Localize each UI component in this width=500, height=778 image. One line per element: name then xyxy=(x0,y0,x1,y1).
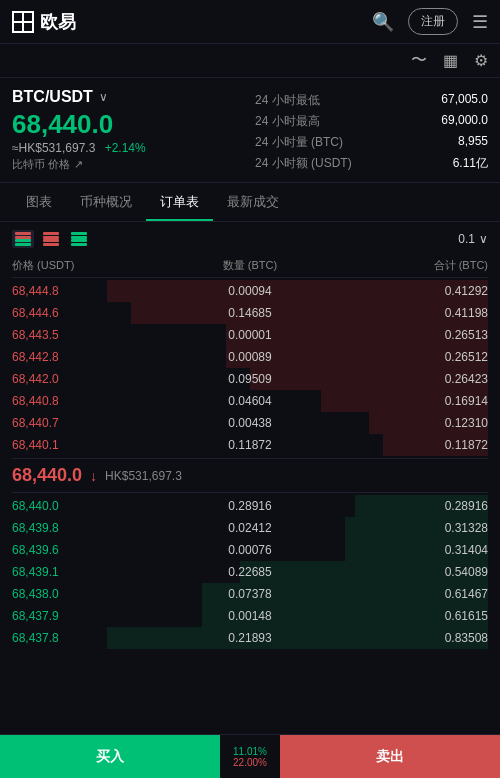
tabs: 图表 币种概况 订单表 最新成交 xyxy=(0,183,500,222)
sell-order-row[interactable]: 68,443.50.000010.26513 xyxy=(12,324,488,346)
sell-qty: 0.00438 xyxy=(171,416,330,430)
big-price: 68,440.0 xyxy=(12,110,245,139)
sell-order-row[interactable]: 68,440.80.046040.16914 xyxy=(12,390,488,412)
buy-total: 0.83508 xyxy=(329,631,488,645)
stat-row-2: 24 小时最高 69,000.0 xyxy=(255,113,488,130)
tab-overview[interactable]: 币种概况 xyxy=(66,183,146,221)
buy-total: 0.54089 xyxy=(329,565,488,579)
list-icon[interactable]: ▦ xyxy=(443,51,458,70)
buy-price: 68,440.0 xyxy=(12,499,171,513)
header-right: 🔍 注册 ☰ xyxy=(372,8,488,35)
external-link-icon[interactable]: ↗ xyxy=(74,158,83,171)
sell-pct: 22.00% xyxy=(220,757,280,768)
buy-order-row[interactable]: 68,439.80.024120.31328 xyxy=(12,517,488,539)
sell-total: 0.16914 xyxy=(329,394,488,408)
view-both-icon[interactable] xyxy=(12,230,34,248)
stat3-value: 8,955 xyxy=(458,134,488,151)
sell-order-row[interactable]: 68,440.70.004380.12310 xyxy=(12,412,488,434)
sell-total: 0.41292 xyxy=(329,284,488,298)
view-buy-icon[interactable] xyxy=(68,230,90,248)
buy-total: 0.61467 xyxy=(329,587,488,601)
buy-total: 0.31404 xyxy=(329,543,488,557)
stat2-label: 24 小时最高 xyxy=(255,113,320,130)
logo-icon xyxy=(12,11,34,33)
sell-qty: 0.09509 xyxy=(171,372,330,386)
sell-order-row[interactable]: 68,442.80.000890.26512 xyxy=(12,346,488,368)
sell-price: 68,440.1 xyxy=(12,438,171,452)
buy-pct: 11.01% xyxy=(220,746,280,757)
buy-button[interactable]: 买入 xyxy=(0,735,220,778)
buy-qty: 0.07378 xyxy=(171,587,330,601)
buy-price: 68,439.6 xyxy=(12,543,171,557)
precision-dropdown-icon: ∨ xyxy=(479,232,488,246)
sell-order-row[interactable]: 68,442.00.095090.26423 xyxy=(12,368,488,390)
view-sell-icon[interactable] xyxy=(40,230,62,248)
buy-order-row[interactable]: 68,439.10.226850.54089 xyxy=(12,561,488,583)
col-price-header: 价格 (USDT) xyxy=(12,258,171,273)
sell-orders: 68,444.80.000940.4129268,444.60.146850.4… xyxy=(12,280,488,456)
logo-text: 欧易 xyxy=(40,10,76,34)
tab-chart[interactable]: 图表 xyxy=(12,183,66,221)
register-button[interactable]: 注册 xyxy=(408,8,458,35)
sell-total: 0.26512 xyxy=(329,350,488,364)
sell-qty: 0.04604 xyxy=(171,394,330,408)
stat1-value: 67,005.0 xyxy=(441,92,488,109)
mid-price-value: 68,440.0 xyxy=(12,465,82,486)
sell-price: 68,442.0 xyxy=(12,372,171,386)
stat-row-1: 24 小时最低 67,005.0 xyxy=(255,92,488,109)
precision-select[interactable]: 0.1 ∨ xyxy=(458,232,488,246)
chart-icon[interactable]: 〜 xyxy=(411,50,427,71)
buy-orders: 68,440.00.289160.2891668,439.80.024120.3… xyxy=(12,495,488,649)
sell-price: 68,440.7 xyxy=(12,416,171,430)
buy-qty: 0.02412 xyxy=(171,521,330,535)
mid-price-arrow: ↓ xyxy=(90,468,97,484)
sell-button[interactable]: 卖出 xyxy=(280,735,500,778)
sell-total: 0.26423 xyxy=(329,372,488,386)
market-stats: 24 小时最低 67,005.0 24 小时最高 69,000.0 24 小时量… xyxy=(255,88,488,172)
buy-order-row[interactable]: 68,437.80.218930.83508 xyxy=(12,627,488,649)
orderbook-headers: 价格 (USDT) 数量 (BTC) 合计 (BTC) xyxy=(12,254,488,278)
sell-order-row[interactable]: 68,444.80.000940.41292 xyxy=(12,280,488,302)
stat1-label: 24 小时最低 xyxy=(255,92,320,109)
buy-order-row[interactable]: 68,440.00.289160.28916 xyxy=(12,495,488,517)
buy-total: 0.31328 xyxy=(329,521,488,535)
bottom-bar: 买入 11.01% 22.00% 卖出 xyxy=(0,734,500,778)
buy-qty: 0.21893 xyxy=(171,631,330,645)
tab-orderbook[interactable]: 订单表 xyxy=(146,183,213,221)
pair-name: BTC/USDT xyxy=(12,88,93,106)
coin-label: 比特币 价格 ↗ xyxy=(12,157,245,172)
tab-trades[interactable]: 最新成交 xyxy=(213,183,293,221)
precision-value: 0.1 xyxy=(458,232,475,246)
search-icon[interactable]: 🔍 xyxy=(372,11,394,33)
sell-price: 68,444.6 xyxy=(12,306,171,320)
buy-price: 68,439.1 xyxy=(12,565,171,579)
sell-total: 0.12310 xyxy=(329,416,488,430)
stat4-label: 24 小时额 (USDT) xyxy=(255,155,352,172)
buy-order-row[interactable]: 68,439.60.000760.31404 xyxy=(12,539,488,561)
orderbook-controls: 0.1 ∨ xyxy=(12,230,488,248)
buy-qty: 0.00148 xyxy=(171,609,330,623)
pair-dropdown-icon[interactable]: ∨ xyxy=(99,90,108,104)
bottom-mid: 11.01% 22.00% xyxy=(220,746,280,768)
buy-price: 68,437.9 xyxy=(12,609,171,623)
sell-qty: 0.11872 xyxy=(171,438,330,452)
settings-icon[interactable]: ⚙ xyxy=(474,51,488,70)
buy-order-row[interactable]: 68,437.90.001480.61615 xyxy=(12,605,488,627)
buy-order-row[interactable]: 68,438.00.073780.61467 xyxy=(12,583,488,605)
sell-order-row[interactable]: 68,444.60.146850.41198 xyxy=(12,302,488,324)
stat2-value: 69,000.0 xyxy=(441,113,488,130)
stat4-value: 6.11亿 xyxy=(453,155,488,172)
col-total-header: 合计 (BTC) xyxy=(329,258,488,273)
menu-icon[interactable]: ☰ xyxy=(472,11,488,33)
stat-row-4: 24 小时额 (USDT) 6.11亿 xyxy=(255,155,488,172)
hkd-price: ≈HK$531,697.3 +2.14% xyxy=(12,141,245,155)
buy-price: 68,437.8 xyxy=(12,631,171,645)
sell-price: 68,444.8 xyxy=(12,284,171,298)
sell-price: 68,440.8 xyxy=(12,394,171,408)
buy-qty: 0.22685 xyxy=(171,565,330,579)
market-left: BTC/USDT ∨ 68,440.0 ≈HK$531,697.3 +2.14%… xyxy=(12,88,245,172)
sell-qty: 0.00094 xyxy=(171,284,330,298)
sell-order-row[interactable]: 68,440.10.118720.11872 xyxy=(12,434,488,456)
orderbook-section: 0.1 ∨ 价格 (USDT) 数量 (BTC) 合计 (BTC) 68,444… xyxy=(0,222,500,649)
sell-qty: 0.14685 xyxy=(171,306,330,320)
